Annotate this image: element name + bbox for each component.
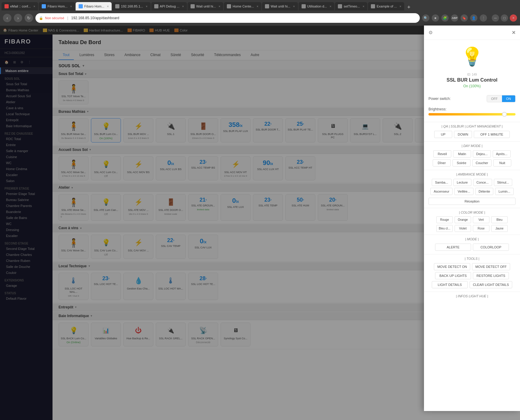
back-up-lights-button[interactable]: BACK UP LIGHTS	[435, 272, 471, 279]
maximize-button[interactable]: □	[501, 14, 508, 22]
coucher-button[interactable]: Coucher	[472, 159, 491, 166]
search-icon[interactable]: 🔍	[422, 14, 429, 22]
colorloop-button[interactable]: COLORLOOP	[473, 244, 509, 251]
new-tab-button[interactable]: +	[405, 4, 413, 10]
modal-close-button[interactable]: ×	[512, 29, 515, 36]
tab-home[interactable]: Home Cente... ×	[224, 2, 261, 10]
ascenseur-button[interactable]: Ascenseur	[430, 188, 452, 195]
apres-button[interactable]: Après...	[493, 150, 511, 158]
divider-6	[424, 254, 520, 254]
down-button[interactable]: DOWN	[454, 131, 472, 138]
menu-icon[interactable]: ⋮	[480, 14, 487, 22]
star-icon[interactable]: ★	[432, 14, 439, 22]
bleu-clair-button[interactable]: Bleu cl...	[436, 225, 453, 232]
move-detect-on-button[interactable]: MOVE DETECT ON	[434, 263, 470, 270]
tab-icon-ip	[115, 4, 119, 8]
samba-button[interactable]: Samba...	[432, 179, 452, 186]
matin-button[interactable]: Matin	[453, 150, 471, 158]
tab-fibaro1[interactable]: Fibaro Hom... ×	[39, 2, 75, 10]
jaune-button[interactable]: Jaune	[491, 225, 508, 232]
reveil-button[interactable]: Reveil	[433, 150, 451, 158]
tab-wait2[interactable]: Wait until hi... ×	[262, 2, 298, 10]
modal-settings-icon[interactable]: ⚙	[428, 30, 433, 35]
tab-icon-home	[227, 4, 231, 8]
app-container: FIBARO HC3-00001092 🏠 ⊞ ⚙ ⋮ Maison entiè…	[0, 34, 520, 420]
modal-device-name: SSL BUR Lum Control	[424, 77, 520, 83]
mode-label: | MODE |	[424, 237, 520, 241]
brightness-thumb[interactable]	[502, 112, 507, 117]
profile-icon[interactable]: 👤	[470, 14, 477, 22]
violet-button[interactable]: Violet	[455, 225, 471, 232]
qa-section-label: | QA | SSLBUR | LIGHT MANAGEMENT |	[424, 124, 520, 128]
nuit-button[interactable]: Nuit	[493, 159, 511, 166]
tab-icon-wait2	[265, 4, 269, 8]
brightness-row: Brightness:	[424, 105, 520, 120]
tab-icon-email	[5, 4, 9, 8]
forward-button[interactable]: ›	[14, 14, 22, 22]
restore-lights-button[interactable]: RESTORE LIGHTS	[473, 272, 509, 279]
minimize-button[interactable]: ─	[492, 14, 499, 22]
address-text: 192.168.85.10/app/dashboard	[71, 16, 119, 20]
protocol-text: Non sécurisé	[45, 16, 64, 20]
bleu-button[interactable]: Bleu	[491, 216, 508, 223]
tab-util[interactable]: Utilisation d... ×	[299, 2, 335, 10]
stimul-button[interactable]: Stimul...	[494, 179, 512, 186]
tab-icon-settimeo	[338, 4, 342, 8]
close-window-button[interactable]: ×	[510, 14, 517, 22]
tab-email[interactable]: eMail :: conf... ×	[2, 2, 38, 10]
lecture-button[interactable]: Lecture	[453, 179, 471, 186]
tab-icon-fibaro2	[79, 4, 83, 8]
light-details-button[interactable]: LIGHT DETAILS	[432, 281, 468, 288]
detente-button[interactable]: Détente	[475, 188, 494, 195]
brightness-label: Brightness:	[428, 107, 515, 111]
main-btn-grid: UP DOWN OFF 1 MINUTE	[424, 129, 520, 140]
bulb-large-icon: 💡	[461, 46, 483, 67]
ambiance-mode-label: | AMBIANCE MODE |	[424, 172, 520, 176]
vert-button[interactable]: Vert	[473, 216, 489, 223]
color-row-2: Bleu cl... Violet Rose Jaune	[424, 224, 520, 233]
dejeuner-button[interactable]: Dejeu...	[473, 150, 491, 158]
reception-button[interactable]: Réception	[428, 198, 515, 205]
tab-ip[interactable]: 192.168.85.1... ×	[112, 2, 150, 10]
color-mode-label: | COLOR MODE |	[424, 211, 520, 214]
lock-icon: 🔒	[39, 16, 43, 20]
up-button[interactable]: UP	[434, 131, 452, 138]
soiree-button[interactable]: Soirée	[452, 159, 470, 166]
divider-3	[424, 170, 520, 170]
browser-chrome: eMail :: conf... × Fibaro Hom... × Fibar…	[0, 0, 520, 26]
tab-api[interactable]: API Debug ... ×	[151, 2, 187, 10]
tab-icon-fibaro1	[42, 4, 46, 8]
color-row-1: Rouge Orange Vert Bleu	[424, 215, 520, 224]
reload-button[interactable]: ↻	[25, 14, 33, 22]
diner-button[interactable]: Dîner	[433, 159, 451, 166]
veillee-button[interactable]: Veillée...	[454, 188, 473, 195]
bookmark-icon[interactable]: 🔖	[461, 14, 468, 22]
address-bar[interactable]: 🔒 Non sécurisé | 192.168.85.10/app/dashb…	[35, 13, 420, 23]
ambiance-btn-grid: Samba... Lecture Conce... Stimul... Asce…	[424, 177, 520, 196]
brightness-slider[interactable]	[428, 113, 515, 116]
divider-5	[424, 235, 520, 235]
modal-device-image: 💡	[460, 44, 484, 68]
power-on-button[interactable]: ON	[502, 95, 515, 102]
alerte-button[interactable]: ALERTE	[435, 244, 471, 251]
tab-example[interactable]: Example of ... ×	[368, 2, 404, 10]
modal-overlay[interactable]: ⚙ × 💡 ID: 149 SSL BUR Lum Control On (10…	[0, 26, 520, 420]
divider-7	[424, 292, 520, 292]
adblock-icon[interactable]: ABP	[451, 14, 458, 22]
off-1-minute-button[interactable]: OFF 1 MINUTE	[474, 131, 510, 138]
tab-settimeo[interactable]: setTimeo... ×	[335, 2, 367, 10]
power-off-button[interactable]: OFF	[487, 95, 502, 102]
rouge-button[interactable]: Rouge	[436, 216, 453, 223]
tab-fibaro2[interactable]: Fibaro Hom... ×	[76, 2, 112, 10]
modal-device-status: On (100%)	[424, 84, 520, 88]
clear-light-details-button[interactable]: CLEAR LIGHT DETAILS	[470, 281, 512, 288]
tab-wait1[interactable]: Wait until hi... ×	[188, 2, 223, 10]
infos-label: | INFOS LIGHT HUE |	[424, 294, 520, 298]
move-detect-off-button[interactable]: MOVE DETECT OFF	[472, 263, 510, 270]
concert-button[interactable]: Conce...	[473, 179, 492, 186]
back-button[interactable]: ‹	[3, 14, 11, 22]
rose-button[interactable]: Rose	[473, 225, 489, 232]
extension-icon[interactable]: 🧩	[441, 14, 449, 22]
orange-button[interactable]: Orange	[455, 216, 471, 223]
lumineux-button[interactable]: Lumin...	[495, 188, 513, 195]
